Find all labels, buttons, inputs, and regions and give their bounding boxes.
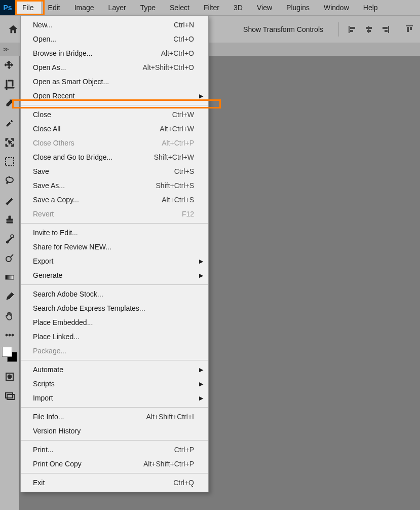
menu-plugins[interactable]: Plugins [279,0,317,15]
dodge-tool[interactable] [0,248,19,268]
menuitem-label: Save a Copy... [33,196,79,204]
menuitem-shortcut: Alt+Ctrl+W [160,125,194,133]
submenu-arrow-icon: ▶ [199,367,203,373]
menuitem-shortcut: F12 [182,210,194,218]
hand-tool[interactable] [0,306,19,325]
separator [338,22,339,37]
menu-view[interactable]: View [250,0,279,15]
align-top-button[interactable] [402,22,417,37]
show-transform-label[interactable]: Show Transform Controls [243,25,323,33]
svg-point-18 [12,334,14,336]
align-center-h-button[interactable] [361,22,376,37]
menuitem-open-as[interactable]: Open As...Alt+Shift+Ctrl+O [21,60,208,75]
menuitem-package: Package... [21,344,208,358]
lasso-tool[interactable] [0,171,19,191]
menuitem-file-info[interactable]: File Info...Alt+Shift+Ctrl+I [21,410,208,424]
menuitem-share-for-review-new[interactable]: Share for Review NEW... [21,240,208,254]
menubar: Ps FileEditImageLayerTypeSelectFilter3DV… [0,0,420,15]
menu-type[interactable]: Type [133,0,163,15]
menu-separator [21,473,208,473]
menuitem-browse-in-bridge[interactable]: Browse in Bridge...Alt+Ctrl+O [21,46,208,60]
menu-help[interactable]: Help [356,0,385,15]
pen-tool[interactable] [0,287,19,306]
svg-rect-1 [350,27,355,29]
menuitem-print-one-copy[interactable]: Print One CopyAlt+Shift+Ctrl+P [21,457,208,471]
menu-separator [21,284,208,285]
menuitem-label: Open as Smart Object... [33,78,109,86]
menu-window[interactable]: Window [317,0,356,15]
healing-brush-tool[interactable] [0,114,19,133]
menuitem-label: Save As... [33,181,65,190]
menuitem-shortcut: Shift+Ctrl+W [154,153,194,161]
eyedropper-tool[interactable] [0,94,19,114]
menuitem-shortcut: Alt+Shift+Ctrl+O [142,63,194,71]
menuitem-close-others: Close OthersAlt+Ctrl+P [21,136,208,150]
menu-edit[interactable]: Edit [41,0,67,15]
menuitem-open-as-smart-object[interactable]: Open as Smart Object... [21,75,208,89]
menuitem-open-recent[interactable]: Open Recent▶ [21,89,208,103]
menu-image[interactable]: Image [67,0,101,15]
menuitem-save-a-copy[interactable]: Save a Copy...Alt+Ctrl+S [21,193,208,207]
menu-separator [21,105,208,105]
menuitem-label: Package... [33,347,66,355]
brush-tool[interactable] [0,191,19,210]
menuitem-label: Version History [33,427,81,435]
move-tool[interactable] [0,56,19,75]
menuitem-search-adobe-express-templates[interactable]: Search Adobe Express Templates... [21,301,208,315]
svg-rect-11 [410,27,412,30]
history-brush-tool[interactable] [0,229,19,248]
menuitem-save[interactable]: SaveCtrl+S [21,164,208,178]
align-left-button[interactable] [345,22,360,37]
gradient-tool[interactable] [0,268,19,287]
menuitem-close-and-go-to-bridge[interactable]: Close and Go to Bridge...Shift+Ctrl+W [21,150,208,164]
menuitem-label: Search Adobe Stock... [33,290,103,298]
menuitem-generate[interactable]: Generate▶ [21,268,208,282]
menuitem-new[interactable]: New...Ctrl+N [21,18,208,32]
menuitem-close-all[interactable]: Close AllAlt+Ctrl+W [21,122,208,136]
crop-tool[interactable] [0,75,19,94]
menuitem-save-as[interactable]: Save As...Shift+Ctrl+S [21,178,208,193]
menu-file[interactable]: File [15,0,41,15]
file-menu-dropdown: New...Ctrl+NOpen...Ctrl+OBrowse in Bridg… [20,15,209,492]
menuitem-shortcut: Shift+Ctrl+S [156,181,194,190]
screen-mode-button[interactable] [0,386,19,406]
more-tool[interactable] [0,325,19,345]
menuitem-label: Print One Copy [33,460,82,468]
menu-select[interactable]: Select [163,0,197,15]
object-select-tool[interactable] [0,133,19,152]
menuitem-exit[interactable]: ExitCtrl+Q [21,476,208,490]
menuitem-automate[interactable]: Automate▶ [21,362,208,377]
menu-layer[interactable]: Layer [101,0,133,15]
stamp-tool[interactable] [0,210,19,229]
menuitem-shortcut: Alt+Ctrl+S [162,196,194,204]
menuitem-print[interactable]: Print...Ctrl+P [21,443,208,457]
menuitem-place-embedded[interactable]: Place Embedded... [21,315,208,330]
menuitem-export[interactable]: Export▶ [21,254,208,268]
menu-separator [21,440,208,441]
menuitem-place-linked[interactable]: Place Linked... [21,330,208,344]
menuitem-version-history[interactable]: Version History [21,424,208,438]
svg-rect-12 [6,158,14,166]
tab-chevrons-icon[interactable]: ≫ [0,46,12,53]
menu-3d[interactable]: 3D [226,0,250,15]
color-swatches[interactable] [0,345,19,367]
menuitem-scripts[interactable]: Scripts▶ [21,377,208,391]
svg-rect-9 [406,25,413,26]
marquee-tool[interactable] [0,152,19,171]
menuitem-label: Automate [33,366,63,374]
menuitem-open[interactable]: Open...Ctrl+O [21,32,208,46]
quick-mask-button[interactable] [0,367,19,386]
foreground-swatch[interactable] [2,347,12,357]
menuitem-search-adobe-stock[interactable]: Search Adobe Stock... [21,287,208,301]
menuitem-label: Open... [33,35,56,43]
svg-rect-6 [388,26,389,33]
menuitem-close[interactable]: CloseCtrl+W [21,107,208,122]
align-right-button[interactable] [377,22,393,37]
menuitem-invite-to-edit[interactable]: Invite to Edit... [21,226,208,240]
menuitem-import[interactable]: Import▶ [21,391,208,405]
svg-rect-7 [383,27,388,29]
menu-separator [21,407,208,408]
menuitem-label: New... [33,21,53,29]
menuitem-label: Place Embedded... [33,318,93,326]
menu-filter[interactable]: Filter [197,0,226,15]
